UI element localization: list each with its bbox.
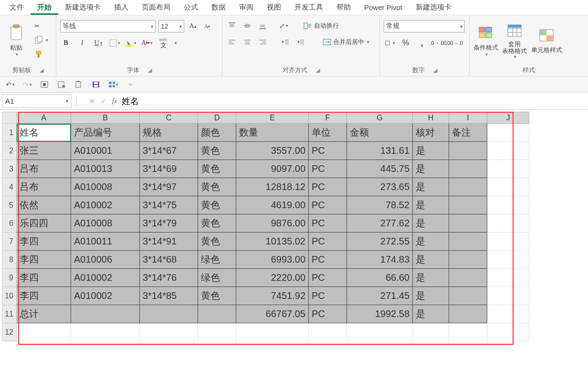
cell[interactable]: A010001 (71, 142, 140, 160)
cell[interactable]: A010008 (71, 178, 140, 196)
cancel-icon[interactable]: ✕ (89, 97, 95, 105)
cell[interactable]: 1992.58 (347, 305, 413, 323)
cell[interactable]: 9876.00 (236, 214, 309, 233)
cell[interactable]: PC (309, 178, 347, 196)
cell[interactable] (449, 305, 487, 323)
cell[interactable] (487, 142, 529, 160)
cell[interactable]: 66767.05 (236, 305, 309, 323)
cell[interactable]: PC (309, 214, 347, 233)
dialog-launcher-icon[interactable]: ◢ (316, 67, 320, 74)
cell[interactable]: 绿色 (198, 251, 236, 269)
cell[interactable]: A010002 (71, 269, 140, 287)
border-button[interactable]: ▾ (109, 37, 120, 49)
cell[interactable] (487, 323, 529, 341)
cell[interactable]: 黄色 (198, 214, 236, 233)
cell[interactable]: 是 (413, 305, 449, 323)
cell[interactable]: A010008 (71, 214, 140, 233)
dialog-launcher-icon[interactable]: ◢ (433, 67, 437, 74)
col-header-D[interactable]: D (198, 112, 236, 124)
align-left-button[interactable] (226, 36, 238, 48)
comma-button[interactable]: , (416, 37, 428, 49)
row-header[interactable]: 12 (2, 323, 17, 341)
cell[interactable]: 绿色 (198, 269, 236, 287)
cell[interactable]: 是 (413, 251, 449, 269)
redo-button[interactable]: ↷▾ (22, 79, 32, 90)
select-all-corner[interactable] (2, 112, 17, 124)
cell[interactable]: 是 (413, 160, 449, 178)
cell[interactable] (71, 323, 140, 341)
cell[interactable]: 是 (413, 196, 449, 214)
font-size-combo[interactable]: 12▾ (158, 20, 184, 32)
cell[interactable] (449, 178, 487, 196)
cell[interactable]: 3*14*75 (140, 196, 198, 214)
cell[interactable]: 3*14*67 (140, 142, 198, 160)
cell[interactable]: 张三 (17, 142, 71, 160)
cell[interactable]: 3*14*76 (140, 269, 198, 287)
increase-font-button[interactable]: A▴ (187, 21, 199, 32)
row-header[interactable]: 4 (2, 178, 17, 196)
cell[interactable] (449, 251, 487, 269)
formula-input[interactable] (117, 95, 588, 108)
cell[interactable]: 是 (413, 269, 449, 287)
cell[interactable] (347, 323, 413, 341)
copy-button[interactable]: ▾ (32, 34, 50, 46)
cell[interactable]: 是 (413, 233, 449, 251)
cell[interactable]: 3*14*79 (140, 214, 198, 233)
align-middle-button[interactable] (242, 20, 253, 32)
cell[interactable]: 174.83 (347, 251, 413, 269)
sheet-table[interactable]: ABCDEFGHIJ1姓名产品编号规格颜色数量单位金额核对备注2张三A01000… (2, 112, 529, 341)
cell[interactable]: 黄色 (198, 178, 236, 196)
cell[interactable] (198, 305, 236, 323)
col-header-B[interactable]: B (71, 112, 140, 124)
cell[interactable]: 445.75 (347, 160, 413, 178)
menu-新建选项卡[interactable]: 新建选项卡 (409, 0, 458, 15)
cell[interactable]: PC (309, 160, 347, 178)
cell[interactable]: 颜色 (198, 124, 236, 142)
bold-button[interactable]: B (60, 37, 72, 49)
cell[interactable]: 依然 (17, 196, 71, 214)
cell[interactable]: A010013 (71, 160, 140, 178)
cell[interactable]: 李四 (17, 269, 71, 287)
enter-icon[interactable]: ✓ (101, 97, 106, 105)
menu-视图[interactable]: 视图 (260, 0, 288, 15)
cell[interactable]: 单位 (309, 124, 347, 142)
align-right-button[interactable] (257, 36, 268, 48)
cell[interactable] (487, 305, 529, 323)
cell[interactable]: 131.61 (347, 142, 413, 160)
cell[interactable]: 吕布 (17, 160, 71, 178)
format-painter-button[interactable] (32, 49, 50, 60)
cell[interactable]: 黄色 (198, 160, 236, 178)
name-box[interactable]: A1▾ (2, 95, 72, 108)
cell[interactable]: PC (309, 269, 347, 287)
col-header-J[interactable]: J (487, 112, 529, 124)
row-header[interactable]: 9 (2, 269, 17, 287)
cell[interactable] (487, 251, 529, 269)
cell[interactable]: 3*14*69 (140, 160, 198, 178)
cell[interactable]: 6993.00 (236, 251, 309, 269)
merge-center-button[interactable]: 合并后居中▾ (321, 36, 371, 48)
cell[interactable]: 规格 (140, 124, 198, 142)
row-header[interactable]: 1 (2, 124, 17, 142)
qat-grid-button[interactable]: ▾ (108, 79, 118, 90)
cell[interactable]: PC (309, 233, 347, 251)
cell[interactable]: 李四 (17, 287, 71, 305)
menu-文件[interactable]: 文件 (3, 0, 31, 15)
cell[interactable] (449, 196, 487, 214)
cell[interactable] (449, 269, 487, 287)
cell[interactable] (487, 178, 529, 196)
cell[interactable]: PC (309, 196, 347, 214)
cell[interactable]: A010006 (71, 251, 140, 269)
cell[interactable]: 黄色 (198, 233, 236, 251)
cell[interactable] (449, 233, 487, 251)
menu-插入[interactable]: 插入 (107, 0, 135, 15)
col-header-E[interactable]: E (236, 112, 309, 124)
cell[interactable] (487, 196, 529, 214)
font-name-combo[interactable]: 等线▾ (60, 20, 156, 32)
cell[interactable]: 是 (413, 214, 449, 233)
cell[interactable]: 姓名 (17, 124, 71, 142)
increase-decimal-button[interactable]: .0→.00 (432, 37, 444, 49)
cell[interactable]: 是 (413, 142, 449, 160)
row-header[interactable]: 11 (2, 305, 17, 323)
cell[interactable] (449, 142, 487, 160)
cell[interactable] (236, 323, 309, 341)
